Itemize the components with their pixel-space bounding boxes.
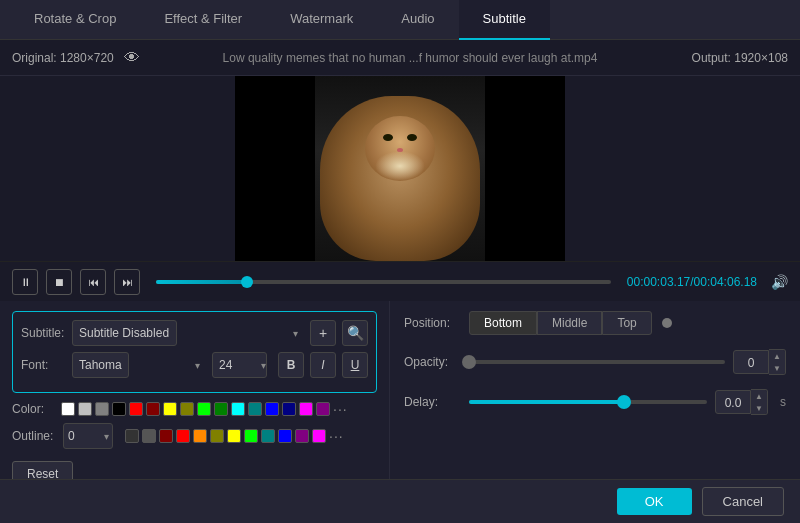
cancel-button[interactable]: Cancel (702, 487, 784, 516)
tab-subtitle[interactable]: Subtitle (459, 0, 550, 40)
subtitle-row: Subtitle: Subtitle Disabled + 🔍 (21, 320, 368, 346)
font-row: Font: Tahoma 24 B I U (21, 352, 368, 378)
color-swatch-teal[interactable] (248, 402, 262, 416)
left-panel: Subtitle: Subtitle Disabled + 🔍 Font: Ta… (0, 301, 390, 479)
underline-button[interactable]: U (342, 352, 368, 378)
opacity-slider-container: 0 ▲ ▼ (469, 349, 786, 375)
color-swatch-lime[interactable] (197, 402, 211, 416)
video-thumbnail (235, 76, 565, 261)
color-swatch-magenta[interactable] (299, 402, 313, 416)
color-swatch-purple[interactable] (316, 402, 330, 416)
delay-spinner: ▲ ▼ (751, 389, 768, 415)
add-subtitle-button[interactable]: + (310, 320, 336, 346)
outline-swatch-10[interactable] (278, 429, 292, 443)
progress-thumb (241, 276, 253, 288)
delay-down-button[interactable]: ▼ (751, 402, 767, 414)
bold-button[interactable]: B (278, 352, 304, 378)
color-swatch-black[interactable] (112, 402, 126, 416)
bottom-bar: OK Cancel (0, 479, 800, 523)
opacity-down-button[interactable]: ▼ (769, 362, 785, 374)
search-subtitle-button[interactable]: 🔍 (342, 320, 368, 346)
outline-swatch-3[interactable] (159, 429, 173, 443)
outline-select-wrapper: 0 (63, 423, 113, 449)
color-swatches: ··· (61, 401, 348, 417)
delay-up-button[interactable]: ▲ (751, 390, 767, 402)
stop-button[interactable]: ⏹ (46, 269, 72, 295)
outline-swatch-9[interactable] (261, 429, 275, 443)
pause-button[interactable]: ⏸ (12, 269, 38, 295)
outline-swatch-1[interactable] (125, 429, 139, 443)
subtitle-select[interactable]: Subtitle Disabled (72, 320, 177, 346)
position-top-button[interactable]: Top (602, 311, 651, 335)
delay-label: Delay: (404, 395, 469, 409)
tab-watermark[interactable]: Watermark (266, 0, 377, 40)
font-size-select[interactable]: 24 (212, 352, 267, 378)
outline-row: Outline: 0 ··· (12, 423, 377, 449)
ok-button[interactable]: OK (617, 488, 692, 515)
color-swatch-green[interactable] (214, 402, 228, 416)
tab-rotate[interactable]: Rotate & Crop (10, 0, 140, 40)
opacity-value: 0 (733, 350, 769, 374)
video-area (0, 76, 800, 261)
position-buttons: Bottom Middle Top (469, 311, 652, 335)
subtitle-label: Subtitle: (21, 326, 66, 340)
current-time: 00:00:03.17/00:04:06.18 (627, 275, 757, 289)
delay-row: Delay: 0.0 ▲ ▼ s (404, 389, 786, 415)
outline-swatch-4[interactable] (176, 429, 190, 443)
right-panel: Position: Bottom Middle Top Opacity: 0 ▲ (390, 301, 800, 479)
color-label: Color: (12, 402, 57, 416)
eye-icon[interactable]: 👁 (124, 49, 140, 67)
color-swatch-white[interactable] (61, 402, 75, 416)
outline-swatch-5[interactable] (193, 429, 207, 443)
color-swatch-cyan[interactable] (231, 402, 245, 416)
opacity-spinner: ▲ ▼ (769, 349, 786, 375)
tab-audio[interactable]: Audio (377, 0, 458, 40)
color-swatch-blue[interactable] (265, 402, 279, 416)
info-bar: Original: 1280×720 👁 Low quality memes t… (0, 40, 800, 76)
outline-swatch-11[interactable] (295, 429, 309, 443)
italic-button[interactable]: I (310, 352, 336, 378)
color-swatch-olive[interactable] (180, 402, 194, 416)
color-swatch-silver[interactable] (78, 402, 92, 416)
delay-unit: s (780, 395, 786, 409)
delay-track[interactable] (469, 400, 707, 404)
font-select[interactable]: Tahoma (72, 352, 129, 378)
outline-swatch-7[interactable] (227, 429, 241, 443)
font-size-wrapper: 24 (212, 352, 272, 378)
output-resolution: Output: 1920×108 (648, 51, 788, 65)
volume-icon[interactable]: 🔊 (771, 274, 788, 290)
delay-value-box: 0.0 ▲ ▼ (715, 389, 768, 415)
main-content: Subtitle: Subtitle Disabled + 🔍 Font: Ta… (0, 301, 800, 479)
original-resolution: Original: 1280×720 (12, 51, 114, 65)
outline-swatch-6[interactable] (210, 429, 224, 443)
font-label: Font: (21, 358, 66, 372)
filename-display: Low quality memes that no human ...f hum… (172, 51, 648, 65)
progress-track[interactable] (156, 280, 611, 284)
tab-effect[interactable]: Effect & Filter (140, 0, 266, 40)
outline-swatches: ··· (125, 428, 344, 444)
color-swatch-navy[interactable] (282, 402, 296, 416)
position-bottom-button[interactable]: Bottom (469, 311, 537, 335)
color-swatch-maroon[interactable] (146, 402, 160, 416)
position-indicator (662, 318, 672, 328)
color-row: Color: ··· (12, 401, 377, 417)
color-swatch-red[interactable] (129, 402, 143, 416)
opacity-track[interactable] (469, 360, 725, 364)
outline-swatch-2[interactable] (142, 429, 156, 443)
delay-fill (469, 400, 624, 404)
position-middle-button[interactable]: Middle (537, 311, 602, 335)
color-swatch-yellow[interactable] (163, 402, 177, 416)
tab-bar: Rotate & Crop Effect & Filter Watermark … (0, 0, 800, 40)
opacity-up-button[interactable]: ▲ (769, 350, 785, 362)
color-swatch-gray[interactable] (95, 402, 109, 416)
opacity-label: Opacity: (404, 355, 469, 369)
opacity-value-box: 0 ▲ ▼ (733, 349, 786, 375)
more-colors-button[interactable]: ··· (333, 401, 348, 417)
outline-select[interactable]: 0 (63, 423, 113, 449)
more-outline-colors-button[interactable]: ··· (329, 428, 344, 444)
next-frame-button[interactable]: ⏭ (114, 269, 140, 295)
playback-bar: ⏸ ⏹ ⏮ ⏭ 00:00:03.17/00:04:06.18 🔊 (0, 261, 800, 301)
outline-swatch-8[interactable] (244, 429, 258, 443)
prev-frame-button[interactable]: ⏮ (80, 269, 106, 295)
outline-swatch-12[interactable] (312, 429, 326, 443)
